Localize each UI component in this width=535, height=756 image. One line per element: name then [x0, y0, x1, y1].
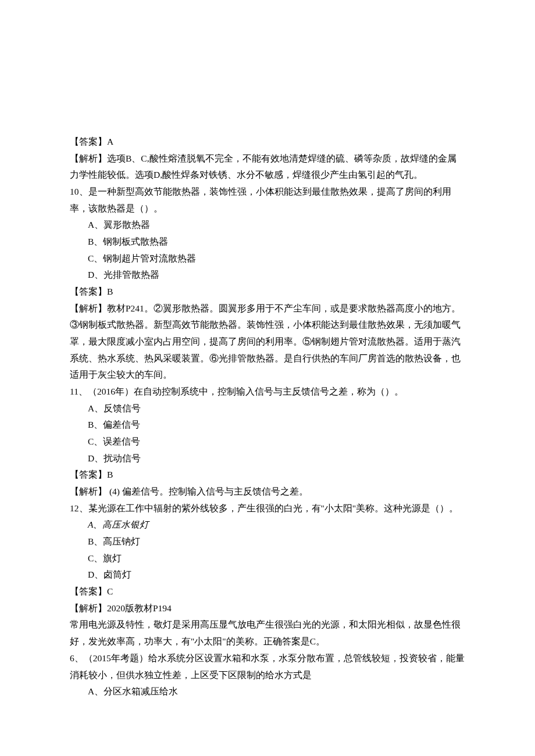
text-line: 【解析】教材P241。②翼形散热器。圆翼形多用于不产尘车间，或是要求散热器高度小… [70, 300, 465, 384]
text-line: A、高压水银灯 [70, 517, 465, 533]
document-body: 【答案】A【解析】选项B、C,酸性熔渣脱氧不完全，不能有效地清楚焊缝的硫、磷等杂… [70, 134, 465, 700]
text-line: 10、是一种新型高效节能散热器，装饰性强，小体积能达到最佳散热效果，提高了房间的… [70, 184, 465, 217]
text-line: B、钢制板式散热器 [70, 234, 465, 250]
text-line: C、钢制超片管对流散热器 [70, 250, 465, 267]
text-line: 【解析】 (4) 偏差信号。控制输入信号与主反馈信号之差。 [70, 483, 465, 500]
text-line: B、偏差信号 [70, 417, 465, 433]
text-line: A、反馈信号 [70, 400, 465, 417]
text-line: 12、某光源在工作中辐射的紫外线较多，产生很强的白光，有"小太阳"美称。这种光源… [70, 500, 465, 517]
text-line: C、旗灯 [70, 550, 465, 567]
text-line: 【答案】A [70, 134, 465, 151]
text-line: 6、（2015年考题）给水系统分区设置水箱和水泵，水泵分散布置，总管线较短，投资… [70, 650, 465, 683]
text-line: B、高压钠灯 [70, 533, 465, 550]
text-line: A、翼形散热器 [70, 217, 465, 234]
text-line: 11、（2016年）在自动控制系统中，控制输入信号与主反馈信号之差，称为（）。 [70, 384, 465, 400]
text-line: D、光排管散热器 [70, 267, 465, 284]
text-line: D、扰动信号 [70, 450, 465, 467]
text-line: 【答案】B [70, 467, 465, 483]
text-line: 【解析】2020版教材P194 [70, 600, 465, 617]
text-line: 【答案】B [70, 284, 465, 300]
text-line: C、误差信号 [70, 433, 465, 450]
text-line: 【解析】选项B、C,酸性熔渣脱氧不完全，不能有效地清楚焊缝的硫、磷等杂质，故焊缝… [70, 151, 465, 184]
text-line: 常用电光源及特性，敬灯是采用高压显气放电产生很强白光的光源，和太阳光相似，故显色… [70, 617, 465, 650]
text-line: 【答案】C [70, 583, 465, 600]
text-line: D、卤筒灯 [70, 567, 465, 583]
text-line: A、分区水箱减压给水 [70, 683, 465, 700]
